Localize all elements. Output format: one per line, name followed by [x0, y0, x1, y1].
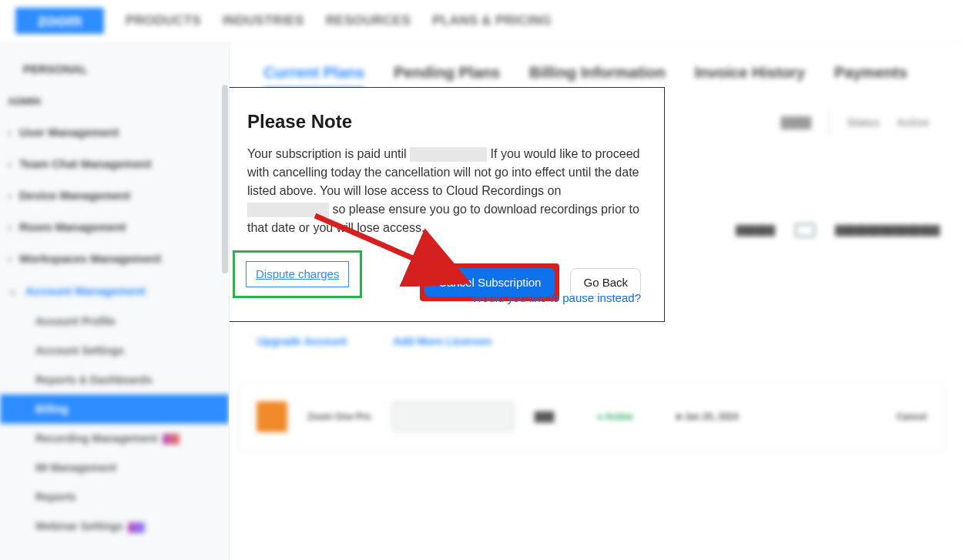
sidebar-child-billing[interactable]: Billing [0, 394, 229, 424]
dialog-title: Please Note [247, 111, 641, 132]
sidebar-child-account-settings[interactable]: Account Settings [0, 336, 229, 365]
cancellation-note-dialog: Please Note Your subscription is paid un… [230, 87, 665, 322]
sidebar-item-team-chat-management[interactable]: ›Team Chat Management [0, 148, 229, 179]
sidebar-scrollbar[interactable] [222, 85, 228, 273]
plan-detail-row: ██████ ████████████████ [736, 223, 940, 237]
plan-action-links: Upgrade Account Add More Licenses [257, 335, 492, 347]
top-nav-item[interactable]: INDUSTRIES [223, 13, 304, 29]
chevron-down-icon: ⌄ [8, 283, 18, 297]
plan-cancel-link[interactable]: Cancel [897, 411, 927, 422]
beta-badge-icon [163, 434, 180, 444]
plan-billing-cycle: ███ [535, 411, 555, 422]
product-icon [257, 401, 287, 432]
sidebar-child-im-management[interactable]: IM Management [0, 453, 229, 482]
main-content: Current Plans Pending Plans Billing Info… [230, 42, 963, 560]
pause-instead-link[interactable]: Would you like to pause instead? [471, 291, 641, 304]
sidebar-child-account-profile[interactable]: Account Profile [0, 307, 229, 336]
info-status-label: Status [847, 116, 880, 129]
renewal-date: ■ Jan 20, 2024 [676, 411, 738, 422]
svg-line-0 [315, 216, 451, 275]
sidebar-item-device-management[interactable]: ›Device Management [0, 179, 229, 211]
top-nav-item[interactable]: PLANS & PRICING [432, 13, 552, 29]
sidebar-child-webinar[interactable]: Webinar Settings [0, 511, 229, 541]
chevron-right-icon: › [8, 126, 12, 139]
sidebar-child-reports-dashboards[interactable]: Reports & Dashboards [0, 365, 229, 394]
redacted-date [410, 147, 487, 162]
info-status-value: Active [897, 116, 929, 129]
tab-invoice-history[interactable]: Invoice History [695, 64, 805, 91]
card-icon [795, 223, 815, 237]
sidebar-item-workspaces-management[interactable]: ›Workspaces Management [0, 243, 229, 274]
sidebar-child-reports[interactable]: Reports [0, 482, 229, 511]
chevron-right-icon: › [8, 220, 12, 233]
chevron-right-icon: › [8, 157, 12, 170]
sidebar-item-room-management[interactable]: ›Room Management [0, 211, 229, 243]
tab-payments[interactable]: Payments [834, 64, 908, 91]
plan-feature: ████████████████ [835, 225, 940, 236]
info-chip: ████ [780, 116, 811, 129]
upgrade-account-link[interactable]: Upgrade Account [257, 335, 347, 347]
plan-name: Zoom One Pro [307, 411, 371, 422]
plan-status: Active [605, 411, 632, 422]
top-nav-item[interactable]: RESOURCES [326, 13, 411, 29]
plan-card: Zoom One Pro ███ ● Active ■ Jan 20, 2024… [239, 381, 945, 452]
chevron-right-icon: › [8, 189, 12, 202]
arrow-annotation-icon [301, 210, 478, 287]
sidebar-heading: PERSONAL [0, 52, 229, 86]
sidebar-item-user-management[interactable]: ›User Management [0, 116, 229, 148]
sidebar: PERSONAL ADMIN ›User Management ›Team Ch… [0, 42, 230, 560]
sidebar-admin-heading: ADMIN [0, 86, 229, 116]
top-header: zoom PRODUCTS INDUSTRIES RESOURCES PLANS… [0, 0, 963, 42]
plan-dropdown[interactable] [391, 401, 515, 432]
sidebar-child-recording-management[interactable]: Recording Management [0, 424, 229, 453]
logo[interactable]: zoom [15, 8, 104, 34]
plan-price: ██████ [736, 225, 775, 236]
chevron-right-icon: › [8, 252, 12, 265]
sidebar-item-account-management[interactable]: ⌄Account Management [0, 274, 229, 307]
add-licenses-link[interactable]: Add More Licenses [393, 335, 492, 347]
top-nav-item[interactable]: PRODUCTS [126, 13, 201, 29]
beta-badge-icon [128, 522, 145, 533]
